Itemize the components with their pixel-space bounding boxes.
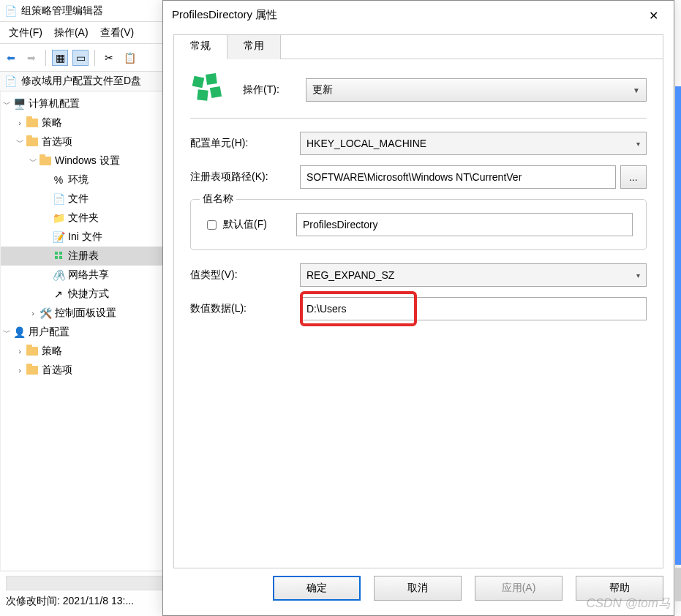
browse-button[interactable]: ... [620, 165, 647, 189]
app-icon: 📄 [4, 5, 17, 17]
shortcut-icon: ↗ [52, 288, 65, 301]
action-label: 操作(T): [243, 83, 306, 97]
value-type-dropdown[interactable]: REG_EXPAND_SZ ▾ [300, 263, 647, 287]
default-value-checkbox[interactable]: 默认值(F) [204, 218, 267, 232]
apply-button[interactable]: 应用(A) [475, 576, 563, 601]
svg-rect-0 [55, 252, 58, 255]
tab-general[interactable]: 常规 [173, 34, 227, 59]
menu-file[interactable]: 文件(F) [3, 23, 48, 42]
chevron-down-icon: ▾ [636, 140, 640, 148]
registry-large-icon [190, 72, 225, 108]
main-window-title: 组策略管理编辑器 [21, 4, 103, 18]
folder-icon [26, 135, 39, 149]
ini-icon: 📝 [52, 230, 65, 244]
toolbar-view2-icon[interactable]: ▭ [72, 50, 89, 66]
action-dropdown[interactable]: 更新 ▼ [306, 78, 647, 102]
network-share-icon: 🖇️ [52, 268, 65, 282]
scrollbar-track [675, 568, 681, 601]
tree-header-icon: 📄 [4, 75, 17, 87]
svg-rect-2 [55, 256, 58, 259]
svg-rect-1 [59, 252, 62, 255]
keypath-label: 注册表项路径(K): [190, 170, 300, 184]
svg-rect-6 [197, 89, 208, 100]
toolbar-back-icon[interactable]: ⬅ [3, 50, 19, 66]
folder-icon [26, 116, 39, 129]
value-name-group: 值名称 默认值(F) ProfilesDirectory [190, 199, 647, 250]
folder-icon [26, 364, 39, 377]
env-icon: % [52, 173, 65, 187]
svg-rect-3 [59, 256, 62, 259]
folders-icon: 📁 [52, 211, 65, 225]
default-value-checkbox-input[interactable] [207, 220, 217, 230]
files-icon: 📄 [52, 192, 65, 206]
tab-strip: 常规 常用 [174, 34, 663, 59]
watermark: CSDN @tom马 [587, 595, 671, 612]
svg-rect-4 [192, 76, 205, 89]
ok-button[interactable]: 确定 [273, 576, 361, 601]
cancel-button[interactable]: 取消 [374, 576, 462, 601]
hive-label: 配置单元(H): [190, 137, 300, 150]
tree-header-label: 修改域用户配置文件至D盘 [21, 75, 141, 88]
svg-rect-5 [206, 73, 217, 85]
toolbar-cut-icon[interactable]: ✂ [101, 50, 117, 66]
computer-icon: 🖥️ [12, 97, 26, 110]
user-icon: 👤 [12, 326, 26, 339]
chevron-down-icon: ▼ [633, 86, 640, 94]
folder-icon [39, 154, 52, 168]
scrollbar-indicator [675, 86, 681, 565]
dialog-title: ProfilesDirectory 属性 [172, 8, 277, 22]
menu-action[interactable]: 操作(A) [48, 23, 94, 42]
toolbar-copy-icon[interactable]: 📋 [121, 50, 138, 66]
menu-view[interactable]: 查看(V) [94, 23, 140, 42]
value-data-field[interactable]: D:\Users [300, 297, 647, 320]
folder-icon [26, 345, 39, 358]
chevron-down-icon: ▾ [636, 271, 640, 279]
toolbar-view1-icon[interactable]: ▦ [52, 50, 68, 66]
properties-dialog: ProfilesDirectory 属性 ✕ 常规 常用 操作(T): 更新 ▼… [162, 0, 674, 616]
value-name-legend: 值名称 [200, 192, 236, 206]
value-data-label: 数值数据(L): [190, 302, 300, 315]
keypath-field[interactable]: SOFTWARE\Microsoft\Windows NT\CurrentVer [300, 165, 616, 189]
hive-dropdown[interactable]: HKEY_LOCAL_MACHINE ▾ [300, 132, 647, 155]
svg-rect-7 [210, 86, 222, 98]
value-type-label: 值类型(V): [190, 268, 300, 282]
value-name-field[interactable]: ProfilesDirectory [296, 213, 633, 236]
close-button[interactable]: ✕ [639, 5, 668, 26]
registry-icon [52, 249, 65, 263]
controlpanel-icon: 🛠️ [39, 307, 52, 320]
tab-common[interactable]: 常用 [227, 34, 281, 59]
toolbar-forward-icon[interactable]: ➡ [23, 50, 39, 66]
